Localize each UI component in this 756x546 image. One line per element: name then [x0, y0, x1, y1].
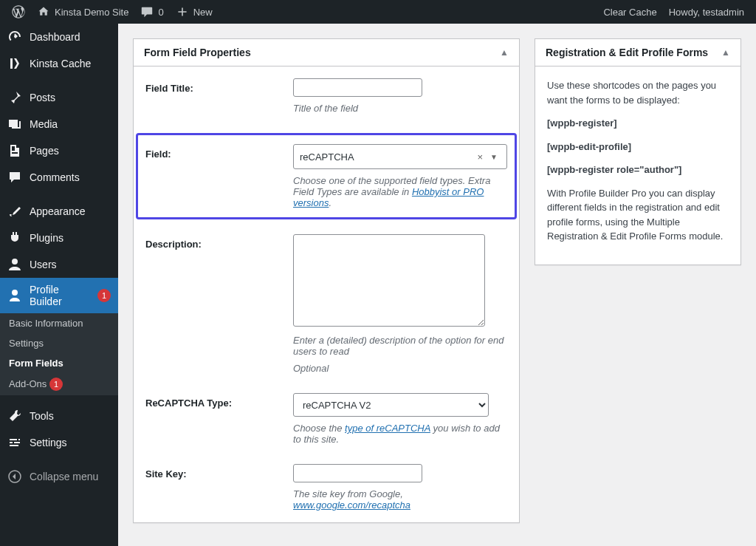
sidebox-note: With Profile Builder Pro you can display… [547, 186, 729, 244]
sidebar-item-posts[interactable]: Posts [0, 84, 118, 111]
pin-icon [7, 90, 22, 105]
comments-count: 0 [158, 7, 163, 18]
sidebar-item-users[interactable]: Users [0, 251, 118, 278]
recaptcha-type-select[interactable]: reCAPTCHA V2 [293, 393, 489, 417]
collapse-icon [7, 469, 22, 484]
row-field: Field: reCAPTCHA × ▼ Choose one of the s [136, 133, 517, 219]
comment-icon [140, 5, 154, 18]
site-key-label: Site Key: [145, 464, 278, 480]
site-key-input[interactable] [293, 464, 422, 482]
media-icon [7, 117, 22, 132]
submenu-basic-information[interactable]: Basic Information [0, 313, 118, 333]
description-helper1: Enter a (detailed) description of the op… [293, 335, 507, 357]
sidebar-item-profile-builder[interactable]: Profile Builder 1 [0, 278, 118, 313]
sidebar-item-label: Settings [30, 437, 67, 448]
dashboard-icon [7, 30, 22, 44]
chevron-down-icon[interactable]: ▼ [487, 153, 501, 161]
home-icon [37, 5, 50, 18]
howdy-link[interactable]: Howdy, testadmin [663, 0, 750, 24]
recaptcha-type-label: ReCAPTCHA Type: [145, 393, 278, 409]
update-badge: 1 [97, 289, 111, 302]
submenu-form-fields[interactable]: Form Fields [0, 353, 118, 373]
form-field-properties-panel: Form Field Properties ▲ Field Title: Tit… [133, 38, 520, 523]
admin-sidebar: Dashboard Kinsta Cache Posts Media Pages… [0, 24, 118, 546]
sidebox-intro: Use these shortcodes on the pages you wa… [547, 78, 729, 107]
site-title-text: Kinsta Demo Site [55, 7, 128, 18]
registration-forms-panel: Registration & Edit Profile Forms ▲ Use … [535, 38, 741, 265]
sidebar-item-plugins[interactable]: Plugins [0, 225, 118, 251]
field-title-label: Field Title: [145, 78, 278, 94]
comment-icon [7, 170, 22, 185]
row-site-key: Site Key: The site key from Google, www.… [145, 464, 507, 511]
wp-logo[interactable] [6, 0, 31, 24]
sidebox-title: Registration & Edit Profile Forms [546, 47, 708, 58]
plus-icon [176, 5, 189, 18]
sidebar-item-settings[interactable]: Settings [0, 429, 118, 456]
admin-bar: Kinsta Demo Site 0 New Clear Cache Howdy… [0, 0, 756, 24]
update-badge: 1 [49, 378, 63, 391]
recaptcha-type-helper: Choose the type of reCAPTCHA you wish to… [293, 423, 507, 445]
field-type-select[interactable]: reCAPTCHA × ▼ [293, 144, 507, 169]
panel-toggle-icon[interactable]: ▲ [500, 47, 509, 58]
sidebar-collapse[interactable]: Collapse menu [0, 463, 118, 490]
field-title-helper: Title of the field [293, 103, 507, 114]
sidebar-item-label: Pages [30, 145, 59, 157]
sidebar-item-label: Comments [30, 171, 80, 183]
site-name[interactable]: Kinsta Demo Site [31, 0, 134, 24]
sidebar-item-dashboard[interactable]: Dashboard [0, 24, 118, 50]
comments-link[interactable]: 0 [134, 0, 169, 24]
panel-header[interactable]: Form Field Properties ▲ [134, 39, 519, 66]
sidebar-item-label: Tools [30, 410, 54, 422]
google-recaptcha-link[interactable]: www.google.com/recaptcha [293, 499, 410, 511]
sidebar-item-comments[interactable]: Comments [0, 164, 118, 191]
pages-icon [7, 143, 22, 158]
tools-icon [7, 409, 22, 423]
description-label: Description: [145, 234, 278, 250]
sidebar-item-appearance[interactable]: Appearance [0, 198, 118, 225]
panel-toggle-icon[interactable]: ▲ [721, 47, 730, 58]
profile-builder-icon [7, 288, 22, 303]
site-key-helper: The site key from Google, www.google.com… [293, 488, 507, 511]
sidebar-item-label: Dashboard [30, 31, 80, 43]
sidebar-item-label: Plugins [30, 232, 63, 244]
panel-title: Form Field Properties [144, 47, 251, 58]
sidebar-item-pages[interactable]: Pages [0, 137, 118, 164]
sidebar-item-label: Appearance [30, 205, 86, 217]
row-field-title: Field Title: Title of the field [145, 78, 507, 114]
users-icon [7, 257, 22, 272]
submenu-settings[interactable]: Settings [0, 333, 118, 353]
sidebar-item-label: Users [30, 259, 57, 270]
row-description: Description: Enter a (detailed) descript… [145, 234, 507, 374]
clear-cache-link[interactable]: Clear Cache [597, 0, 662, 24]
kinsta-icon [7, 56, 22, 71]
description-helper2: Optional [293, 363, 507, 374]
sidebar-item-kinsta-cache[interactable]: Kinsta Cache [0, 50, 118, 77]
recaptcha-type-link[interactable]: type of reCAPTCHA [345, 423, 430, 434]
sidebar-item-label: Collapse menu [30, 471, 98, 482]
row-recaptcha-type: ReCAPTCHA Type: reCAPTCHA V2 Choose the … [145, 393, 507, 445]
sidebar-item-label: Kinsta Cache [30, 58, 91, 69]
sidebar-item-label: Posts [30, 92, 55, 103]
settings-icon [7, 435, 22, 450]
sidebar-item-tools[interactable]: Tools [0, 403, 118, 429]
field-label: Field: [145, 144, 278, 160]
field-type-selected: reCAPTCHA [300, 151, 354, 163]
description-textarea[interactable] [293, 234, 485, 327]
appearance-icon [7, 204, 22, 219]
shortcode-register-role: [wppb-register role="author"] [547, 163, 729, 177]
wordpress-icon [12, 5, 25, 18]
field-helper: Choose one of the supported field types.… [293, 175, 507, 208]
plugins-icon [7, 231, 22, 245]
sidebar-item-label: Profile Builder [30, 284, 90, 307]
shortcode-edit-profile: [wppb-edit-profile] [547, 140, 729, 154]
sidebar-item-label: Media [30, 118, 58, 130]
field-title-input[interactable] [293, 78, 422, 97]
submenu-add-ons[interactable]: Add-Ons 1 [0, 373, 118, 395]
new-content[interactable]: New [170, 0, 219, 24]
profile-builder-submenu: Basic Information Settings Form Fields A… [0, 313, 118, 395]
shortcode-register: [wppb-register] [547, 116, 729, 131]
clear-icon[interactable]: × [473, 151, 488, 163]
new-label: New [193, 7, 213, 18]
sidebar-item-media[interactable]: Media [0, 111, 118, 137]
sidebox-header[interactable]: Registration & Edit Profile Forms ▲ [535, 39, 740, 66]
